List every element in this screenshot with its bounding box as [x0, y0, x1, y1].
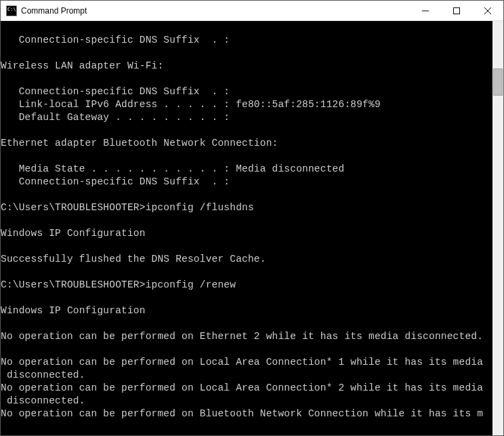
close-button[interactable]	[472, 1, 503, 20]
minimize-button[interactable]	[410, 1, 441, 20]
maximize-button[interactable]	[441, 1, 472, 20]
scrollbar-thumb[interactable]	[493, 68, 503, 96]
svg-rect-1	[454, 7, 460, 14]
app-icon	[6, 5, 17, 16]
vertical-scrollbar[interactable]	[492, 21, 503, 435]
maximize-icon	[453, 7, 460, 14]
command-prompt-window: Command Prompt Connection-specific DNS S…	[0, 0, 504, 436]
titlebar[interactable]: Command Prompt	[1, 1, 503, 21]
window-controls	[410, 1, 503, 20]
terminal-output[interactable]: Connection-specific DNS Suffix . : Wirel…	[1, 21, 492, 435]
window-title: Command Prompt	[21, 6, 410, 16]
minimize-icon	[422, 7, 429, 14]
close-icon	[484, 7, 491, 14]
terminal-area: Connection-specific DNS Suffix . : Wirel…	[1, 21, 503, 435]
